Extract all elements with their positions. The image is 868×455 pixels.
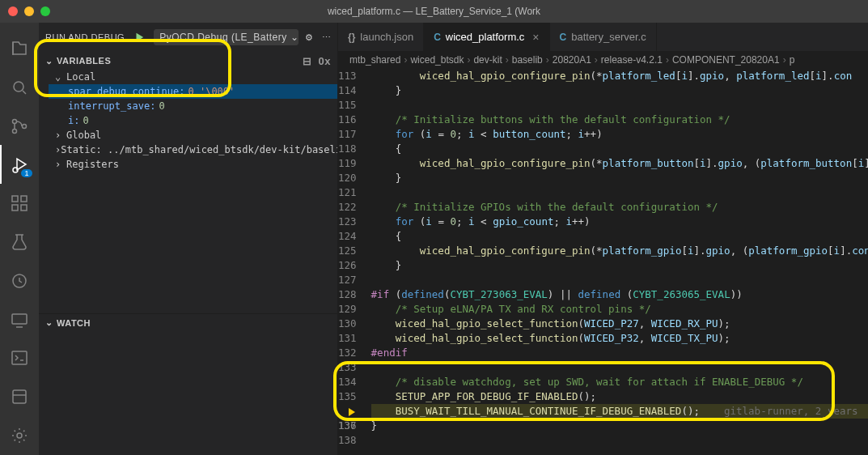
search-icon[interactable] bbox=[0, 68, 39, 107]
line-number[interactable]: 121 bbox=[338, 185, 357, 200]
line-gutter[interactable]: 1131141151161171181191201211221231241251… bbox=[338, 69, 371, 455]
ellipsis-icon[interactable]: ⋯ bbox=[322, 32, 332, 43]
collapse-all-icon[interactable]: ⊟ bbox=[303, 55, 312, 67]
window-controls[interactable] bbox=[8, 6, 50, 16]
code-line[interactable] bbox=[371, 360, 868, 375]
code-line[interactable]: { bbox=[371, 229, 868, 244]
extensions-icon[interactable] bbox=[0, 184, 39, 223]
breadcrumb-segment[interactable]: release-v4.2.1 bbox=[601, 54, 663, 66]
tab-wiced-platform[interactable]: C wiced_platform.c × bbox=[424, 23, 549, 51]
breadcrumbs[interactable]: mtb_shared›wiced_btsdk›dev-kit›baselib›2… bbox=[338, 51, 868, 69]
code-line[interactable]: SETUP_APP_FOR_DEBUG_IF_ENABLED(); bbox=[371, 389, 868, 404]
testing-icon[interactable] bbox=[0, 223, 39, 262]
line-number[interactable]: 138 bbox=[338, 433, 357, 448]
code-line[interactable]: } bbox=[371, 171, 868, 185]
code-line[interactable]: for (i = 0; i < button_count; i++) bbox=[371, 127, 868, 142]
code-line[interactable]: wiced_hal_gpio_configure_pin(*platform_b… bbox=[371, 156, 868, 171]
start-debug-button[interactable] bbox=[131, 29, 147, 45]
code-editor[interactable]: 1131141151161171181191201211221231241251… bbox=[338, 69, 868, 455]
code-line[interactable]: } bbox=[371, 258, 868, 273]
maximize-window-icon[interactable] bbox=[40, 6, 50, 16]
close-tab-icon[interactable]: × bbox=[532, 31, 539, 44]
explorer-icon[interactable] bbox=[0, 29, 39, 68]
breadcrumb-segment[interactable]: wiced_btsdk bbox=[410, 54, 464, 66]
code-line[interactable]: /* disable watchdog, set up SWD, wait fo… bbox=[371, 375, 868, 389]
variables-section-header[interactable]: ⌄ VARIABLES ⊟ 0x bbox=[39, 52, 337, 70]
line-number[interactable]: 131 bbox=[338, 331, 357, 346]
variable-row[interactable]: interrupt_save: 0 bbox=[49, 99, 337, 113]
watch-section-header[interactable]: ⌄ WATCH bbox=[39, 314, 337, 332]
hex-toggle[interactable]: 0x bbox=[319, 55, 331, 67]
line-number[interactable]: 127 bbox=[338, 273, 357, 287]
code-line[interactable]: #endif bbox=[371, 346, 868, 360]
code-line[interactable]: wiced_hal_gpio_select_function(WICED_P32… bbox=[371, 331, 868, 346]
tab-battery-server[interactable]: C battery_server.c bbox=[550, 23, 657, 51]
line-number[interactable]: 132 bbox=[338, 346, 357, 360]
code-line[interactable]: } bbox=[371, 83, 868, 98]
breadcrumb-segment[interactable]: mtb_shared bbox=[349, 54, 400, 66]
scope-local[interactable]: ⌄ Local bbox=[49, 70, 337, 84]
code-line[interactable] bbox=[371, 433, 868, 448]
code-line[interactable]: wiced_hal_gpio_select_function(WICED_P27… bbox=[371, 317, 868, 331]
code-line[interactable]: /* Setup eLNA/PA TX and RX control pins … bbox=[371, 302, 868, 317]
variable-row[interactable]: spar_debug_continue: 0 '\000' bbox=[49, 84, 337, 99]
code-line[interactable]: for (i = 0; i < gpio_count; i++) bbox=[371, 215, 868, 229]
chevron-right-icon: › bbox=[55, 159, 66, 170]
terminal-icon[interactable] bbox=[0, 339, 39, 378]
line-number[interactable]: 124 bbox=[338, 229, 357, 244]
code-line[interactable]: wiced_hal_gpio_configure_pin(*platform_g… bbox=[371, 244, 868, 258]
line-number[interactable]: 135 bbox=[338, 389, 357, 404]
code-line[interactable] bbox=[371, 273, 868, 287]
scope-global[interactable]: › Global bbox=[49, 128, 337, 142]
line-number[interactable]: 129 bbox=[338, 302, 357, 317]
minimize-window-icon[interactable] bbox=[24, 6, 34, 16]
variable-row[interactable]: i: 0 bbox=[49, 113, 337, 128]
source-control-icon[interactable] bbox=[0, 107, 39, 146]
code-line[interactable]: /* Initialize buttons with the default c… bbox=[371, 113, 868, 127]
breadcrumb-segment[interactable]: dev-kit bbox=[473, 54, 502, 66]
tab-launch-json[interactable]: {} launch.json bbox=[338, 23, 424, 51]
line-number[interactable]: 137 bbox=[338, 419, 357, 433]
code-line[interactable]: } bbox=[371, 419, 868, 433]
line-number[interactable]: 130 bbox=[338, 317, 357, 331]
code-line[interactable]: /* Initialize GPIOs with the default con… bbox=[371, 200, 868, 215]
run-debug-icon[interactable]: 1 bbox=[0, 145, 39, 184]
line-number[interactable]: 119 bbox=[338, 156, 357, 171]
line-number[interactable]: 113 bbox=[338, 69, 357, 83]
scope-static[interactable]: › Static: ../mtb_shared/wiced_btsdk/dev-… bbox=[49, 142, 337, 157]
line-number[interactable]: 117 bbox=[338, 127, 357, 142]
line-number[interactable]: 122 bbox=[338, 200, 357, 215]
line-number[interactable]: 114 bbox=[338, 83, 357, 98]
breadcrumb-segment[interactable]: COMPONENT_20820A1 bbox=[672, 54, 780, 66]
code-line[interactable]: BUSY_WAIT_TILL_MANUAL_CONTINUE_IF_DEBUG_… bbox=[371, 404, 868, 419]
code-line[interactable]: #if (defined(CYBT_273063_EVAL) || define… bbox=[371, 287, 868, 302]
tool-icon[interactable] bbox=[0, 377, 39, 416]
line-number[interactable]: 136 bbox=[338, 404, 357, 419]
line-number[interactable]: 133 bbox=[338, 360, 357, 375]
line-number[interactable]: 123 bbox=[338, 215, 357, 229]
code-content[interactable]: wiced_hal_gpio_configure_pin(*platform_l… bbox=[371, 69, 868, 455]
cortex-debug-icon[interactable] bbox=[0, 262, 39, 300]
scope-registers[interactable]: › Registers bbox=[49, 157, 337, 172]
line-number[interactable]: 128 bbox=[338, 287, 357, 302]
breadcrumb-segment[interactable]: 20820A1 bbox=[553, 54, 591, 66]
remote-icon[interactable] bbox=[0, 300, 39, 339]
code-line[interactable]: wiced_hal_gpio_configure_pin(*platform_l… bbox=[371, 69, 868, 83]
debug-config-dropdown[interactable]: PyOCD Debug (LE_Battery ⌄ bbox=[154, 29, 299, 45]
line-number[interactable]: 115 bbox=[338, 98, 357, 113]
code-line[interactable] bbox=[371, 185, 868, 200]
line-number[interactable]: 118 bbox=[338, 142, 357, 156]
breadcrumb-segment[interactable]: p bbox=[790, 54, 795, 66]
line-number[interactable]: 120 bbox=[338, 171, 357, 185]
line-number[interactable]: 125 bbox=[338, 244, 357, 258]
line-number[interactable]: 116 bbox=[338, 113, 357, 127]
close-window-icon[interactable] bbox=[8, 6, 18, 16]
code-line[interactable] bbox=[371, 98, 868, 113]
line-number[interactable]: 126 bbox=[338, 258, 357, 273]
code-line[interactable]: { bbox=[371, 142, 868, 156]
breadcrumb-segment[interactable]: baselib bbox=[512, 54, 543, 66]
debug-header: RUN AND DEBUG PyOCD Debug (LE_Battery ⌄ … bbox=[39, 23, 337, 52]
line-number[interactable]: 134 bbox=[338, 375, 357, 389]
gear-icon[interactable]: ⚙ bbox=[305, 32, 314, 43]
quick-fix-icon[interactable] bbox=[0, 416, 39, 455]
